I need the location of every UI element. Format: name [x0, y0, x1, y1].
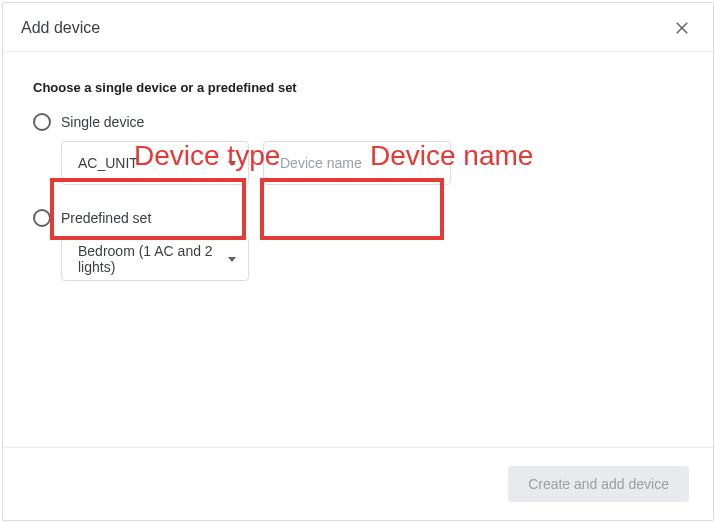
add-device-dialog: Add device Choose a single device or a p…	[2, 2, 714, 521]
section-label: Choose a single device or a predefined s…	[33, 80, 683, 95]
single-device-radio-label: Single device	[61, 114, 144, 130]
device-name-input[interactable]	[263, 141, 451, 185]
device-type-dropdown[interactable]: AC_UNIT	[61, 141, 249, 185]
dialog-header: Add device	[3, 3, 713, 52]
close-icon	[673, 19, 691, 37]
predefined-set-radio-label: Predefined set	[61, 210, 151, 226]
predefined-set-radio[interactable]	[33, 209, 51, 227]
dialog-footer: Create and add device	[3, 447, 713, 520]
create-add-device-button[interactable]: Create and add device	[508, 466, 689, 502]
predefined-set-value: Bedroom (1 AC and 2 lights)	[78, 243, 228, 275]
dialog-body: Choose a single device or a predefined s…	[3, 52, 713, 447]
close-button[interactable]	[669, 15, 695, 41]
single-device-radio-row: Single device	[33, 113, 683, 131]
single-device-content: AC_UNIT	[61, 141, 683, 185]
chevron-down-icon	[228, 257, 236, 262]
predefined-set-content: Bedroom (1 AC and 2 lights)	[61, 237, 683, 281]
predefined-set-radio-row: Predefined set	[33, 209, 683, 227]
device-type-value: AC_UNIT	[78, 155, 138, 171]
chevron-down-icon	[228, 161, 236, 166]
predefined-set-dropdown[interactable]: Bedroom (1 AC and 2 lights)	[61, 237, 249, 281]
dialog-title: Add device	[21, 19, 100, 37]
single-device-radio[interactable]	[33, 113, 51, 131]
